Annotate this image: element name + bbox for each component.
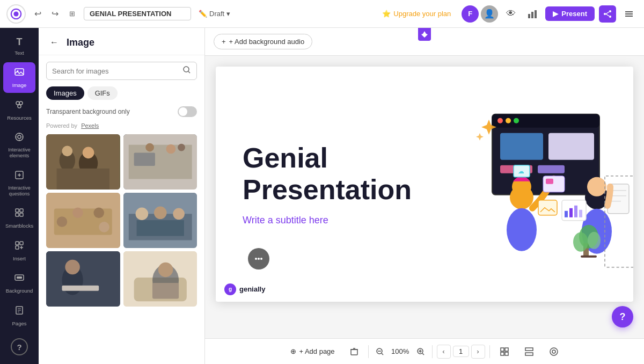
delete-slide-button[interactable] xyxy=(345,345,364,359)
add-audio-button[interactable]: + + Add background audio xyxy=(214,34,312,49)
svg-line-119 xyxy=(382,353,383,355)
insert-icon xyxy=(14,240,25,253)
menu-button[interactable] xyxy=(620,5,638,23)
smartblocks-icon xyxy=(14,207,25,221)
image-grid xyxy=(46,134,197,307)
template-button[interactable]: ⊞ xyxy=(64,6,79,21)
add-audio-label: + Add background audio xyxy=(229,38,305,46)
presentation-name-input[interactable] xyxy=(84,7,191,20)
panel-body: Images GIFs Transparent background only … xyxy=(39,55,204,364)
slide-subtitle[interactable]: Write a subtitle here xyxy=(243,215,412,226)
transparent-bg-toggle[interactable] xyxy=(178,106,197,117)
sidebar-item-pages[interactable]: Pages xyxy=(3,301,35,331)
back-button[interactable]: ← xyxy=(47,35,61,49)
slide-text-area: Genial Presentation Write a subtitle her… xyxy=(216,121,438,248)
undo-button[interactable]: ↩ xyxy=(30,6,45,21)
layout-view-button[interactable] xyxy=(519,344,539,359)
canvas-scroll[interactable]: Genial Presentation Write a subtitle her… xyxy=(205,56,644,338)
sidebar-item-smartblocks-label: Smartblocks xyxy=(5,223,33,229)
help-bubble[interactable]: ? xyxy=(612,306,633,327)
tab-images[interactable]: Images xyxy=(46,86,84,100)
slide-container[interactable]: Genial Presentation Write a subtitle her… xyxy=(216,67,633,302)
upgrade-button[interactable]: ⭐ Upgrade your plan xyxy=(376,6,457,21)
zoom-out-button[interactable] xyxy=(373,345,387,359)
svg-point-54 xyxy=(166,144,175,154)
sidebar-item-insert-label: Insert xyxy=(13,256,26,261)
pages-icon xyxy=(14,305,25,318)
svg-point-66 xyxy=(173,208,185,220)
next-page-button[interactable]: › xyxy=(471,345,485,359)
svg-point-53 xyxy=(145,143,154,152)
svg-point-55 xyxy=(178,144,185,151)
sidebar-item-text[interactable]: T Text xyxy=(3,32,35,60)
star-icon: ⭐ xyxy=(382,10,391,18)
image-thumb-1[interactable] xyxy=(46,134,120,190)
text-icon: T xyxy=(17,37,23,48)
svg-rect-68 xyxy=(46,251,120,307)
redo-button[interactable]: ↪ xyxy=(47,6,62,21)
sidebar-item-image-label: Image xyxy=(12,82,26,88)
present-view-button[interactable] xyxy=(544,344,564,359)
slide-more-button[interactable] xyxy=(248,248,269,270)
slide-title[interactable]: Genial Presentation xyxy=(243,142,412,207)
svg-point-48 xyxy=(83,147,94,159)
watermark-logo: g xyxy=(224,283,236,295)
sidebar-item-image[interactable]: Image xyxy=(3,62,35,92)
image-thumb-6[interactable] xyxy=(123,251,197,307)
sidebar-item-resources[interactable]: Resources xyxy=(3,95,35,125)
sidebar-item-background[interactable]: Background xyxy=(3,268,35,298)
grid-view-button[interactable] xyxy=(494,344,515,359)
prev-page-button[interactable]: ‹ xyxy=(437,345,451,359)
svg-point-109 xyxy=(588,232,601,249)
share-button[interactable] xyxy=(599,5,616,23)
draft-label: Draft xyxy=(209,10,224,18)
svg-point-81 xyxy=(514,118,519,123)
eye-button[interactable]: 👁 xyxy=(502,5,519,23)
zoom-value: 100% xyxy=(389,347,412,355)
pexels-link[interactable]: Pexels xyxy=(81,122,99,129)
upgrade-label: Upgrade your plan xyxy=(393,10,451,18)
sidebar-item-text-label: Text xyxy=(14,50,24,56)
draft-button[interactable]: ✏️ Draft ▾ xyxy=(194,8,235,20)
image-thumb-2[interactable] xyxy=(123,134,197,190)
add-page-button[interactable]: ⊕ + Add page xyxy=(285,345,340,358)
svg-rect-2 xyxy=(528,14,530,18)
search-icon[interactable] xyxy=(182,65,191,76)
image-thumb-5[interactable] xyxy=(46,251,120,307)
toggle-row: Transparent background only xyxy=(46,106,197,117)
zoom-in-button[interactable] xyxy=(414,345,428,359)
svg-point-79 xyxy=(497,118,503,123)
sidebar-help-button[interactable]: ? xyxy=(11,338,28,355)
present-button[interactable]: ▶ Present xyxy=(545,6,595,21)
back-icon: ← xyxy=(50,38,58,47)
tab-gifs[interactable]: GIFs xyxy=(87,86,118,100)
svg-rect-89 xyxy=(543,176,565,192)
svg-rect-29 xyxy=(16,213,19,216)
questions-icon xyxy=(14,170,25,183)
help-icon: ? xyxy=(17,343,21,352)
sidebar-item-insert[interactable]: Insert xyxy=(3,236,35,266)
analytics-button[interactable] xyxy=(524,5,541,23)
sidebar-item-interactive[interactable]: Interactive elements xyxy=(3,127,35,163)
sidebar-item-questions[interactable]: Interactive questions xyxy=(3,165,35,201)
svg-point-131 xyxy=(550,348,558,355)
svg-point-113 xyxy=(258,258,260,260)
app-logo[interactable] xyxy=(6,4,26,24)
image-thumb-4[interactable] xyxy=(123,193,197,248)
search-input[interactable] xyxy=(52,67,178,75)
avatar-f[interactable]: F xyxy=(462,5,479,23)
watermark-text: genially xyxy=(239,285,265,293)
avatar-user[interactable]: 👤 xyxy=(481,5,498,23)
slide-watermark: g genially xyxy=(224,283,265,295)
svg-point-60 xyxy=(93,208,104,219)
top-toolbar: ↩ ↪ ⊞ ✏️ Draft ▾ ⭐ Upgrade your plan F 👤… xyxy=(0,0,644,28)
svg-rect-76 xyxy=(152,283,179,299)
slide-inner: Genial Presentation Write a subtitle her… xyxy=(216,67,633,302)
svg-point-114 xyxy=(260,258,262,260)
image-thumb-3[interactable] xyxy=(46,193,120,248)
pencil-icon: ✏️ xyxy=(199,10,207,18)
add-page-label: + Add page xyxy=(299,347,334,355)
svg-rect-28 xyxy=(20,209,23,212)
svg-point-17 xyxy=(18,105,21,108)
sidebar-item-smartblocks[interactable]: Smartblocks xyxy=(3,203,35,233)
